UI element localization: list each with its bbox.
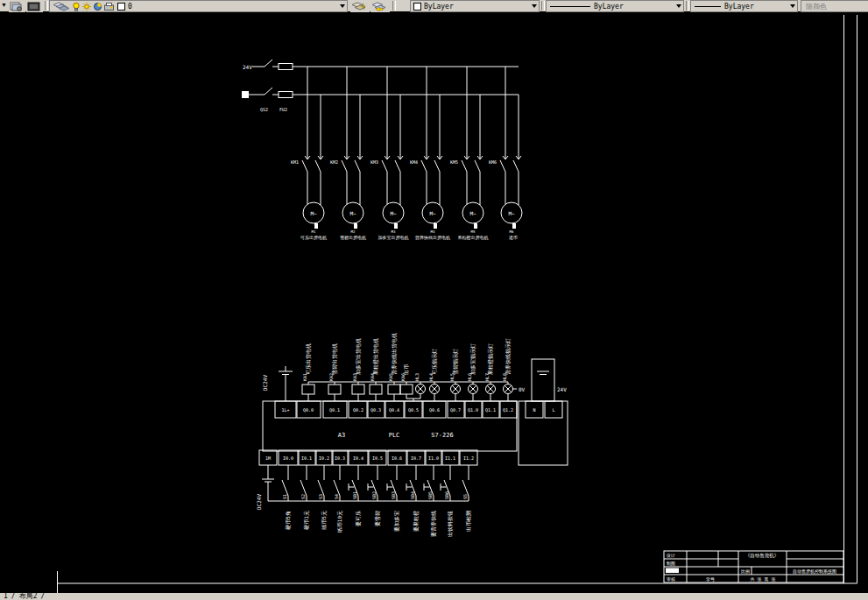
terminal: I0.7 (411, 455, 421, 461)
device-label: 可乐指示灯 (431, 349, 438, 375)
switch-id: S3 (318, 494, 323, 499)
motor-id: M1 (312, 229, 316, 234)
plotstyle-control-combo: 随颜色 (801, 0, 868, 12)
motor-branch: KM3 M~ M3 加多宝出货电机 (370, 67, 409, 240)
layer-previous-icon (371, 2, 387, 11)
lamp-HL4: HL4 可乐指示灯 (428, 349, 440, 401)
device-id: HL3 (414, 373, 420, 381)
terminal: I0.6 (392, 455, 402, 461)
plc-power-extension: N L 24V (519, 359, 568, 465)
title-block-doc-name: 《自动售货机》 (745, 553, 780, 559)
switch-id-label: QS2 (260, 107, 268, 112)
motor-symbol-text: M~ (469, 210, 476, 216)
lineweight-control-combo[interactable]: ByLayer (690, 0, 798, 12)
motor-name: 加多宝出货电机 (378, 235, 409, 240)
title-block-id-label: 学号 (706, 576, 715, 582)
toolbar-separator (686, 1, 689, 11)
layer-combo-dropdown-icon[interactable] (340, 4, 345, 8)
terminal: I0.4 (353, 455, 363, 461)
linetype-control-combo[interactable]: ByLayer (546, 0, 684, 12)
lineweight-sample (695, 6, 721, 7)
lamp-HL8: HL8 营养快线指示灯 (502, 338, 513, 401)
motor-id: M2 (351, 229, 356, 234)
terminal: Q0.4 (389, 407, 399, 413)
motor-branch: KM4 M~ M4 营养快线出货电机 (410, 67, 450, 241)
input-switch-S5: S5 出币检测 (462, 465, 471, 532)
terminal: Q1.2 (503, 407, 513, 413)
contactor-label: KM1 (291, 159, 299, 165)
color-control-combo[interactable]: ByLayer (410, 0, 540, 12)
motor-symbol-text: M~ (349, 210, 356, 216)
switch-label: 硬币1元 (303, 511, 310, 531)
terminal: 1L+ (281, 407, 289, 413)
layers-properties-toolbar: ▼ (0, 0, 868, 11)
switch-id: S5 (462, 494, 468, 499)
layer-states-icon (27, 2, 40, 11)
color-bylayer-chip (413, 3, 421, 11)
terminal: Q0.7 (450, 407, 461, 413)
layer-viewport-globe-icon[interactable] (92, 2, 103, 11)
motor-power-circuit: 24V QS2 FU2 KM1 M~ M1 可乐出货电机 KM2 (242, 60, 522, 241)
sheet-border (58, 15, 857, 593)
lineweight-combo-dropdown-icon[interactable] (790, 4, 795, 8)
switch-label: 要果粒橙 (413, 511, 420, 532)
output-terminal-row: 1L+ Q0.0 Q0.1 Q0.2 Q0.3 Q0.4 Q0.5 Q0.6 Q… (275, 401, 517, 418)
toolbar-separator (45, 1, 48, 11)
motor-symbol-text: M~ (390, 210, 397, 216)
motor-name: 雪碧出货电机 (340, 235, 366, 240)
device-label: 加多宝指示灯 (469, 343, 476, 375)
motor-symbol-text: M~ (310, 210, 317, 216)
terminal: Q0.1 (329, 407, 340, 413)
tab-layout1[interactable]: 1 (4, 592, 8, 600)
tab-layout2[interactable]: 布局2 (19, 592, 38, 600)
current-layer-name: 0 (128, 2, 132, 11)
layer-properties-icon (10, 2, 23, 11)
input-common-label: DC24V (256, 494, 262, 510)
terminal: Q0.3 (370, 407, 381, 413)
device-label: 加多宝出货电机 (355, 338, 362, 375)
relay-coil-KA4: KA4 果粒橙出货电机 (370, 338, 382, 401)
motor-id: M6 (510, 229, 514, 234)
input-switch-S2: S2 硬币1元 (300, 465, 310, 531)
switch-id: S1 (282, 494, 287, 499)
motor-branch: KM2 M~ M2 雪碧出货电机 (330, 67, 366, 240)
layer-on-bulb-icon[interactable] (71, 2, 81, 11)
line-terminal: L (552, 407, 554, 413)
switch-label: 要营养快线 (430, 511, 437, 537)
color-combo-dropdown-icon[interactable] (532, 4, 537, 8)
contactor-label: KM4 (410, 159, 418, 165)
lamp-HL5: HL5 雪碧指示灯 (449, 349, 461, 401)
power-supply-label: 24V (243, 64, 252, 70)
title-block-design-label: 设计 (666, 553, 675, 558)
switch-id: SB2 (371, 491, 377, 499)
motor-id: M3 (392, 229, 396, 234)
layer-lock-plot-icon[interactable] (103, 2, 115, 11)
fuse-symbol (279, 64, 293, 70)
toolbar-separator (392, 1, 396, 11)
terminal: Q1.1 (485, 407, 496, 413)
switch-label: 纸币10元 (336, 511, 342, 533)
lineweight-control-value: ByLayer (724, 2, 754, 11)
drawing-canvas[interactable]: 设计 制图 审核 学号 《自动售货机》 比例 自动售货机控制系统图 共 张 第 … (0, 11, 868, 593)
linetype-combo-dropdown-icon[interactable] (676, 4, 681, 8)
supply-24v-label: 24V (557, 386, 567, 392)
device-label: 雪碧出货电机 (331, 343, 338, 375)
motor-id: M5 (471, 229, 476, 234)
layer-control-combo[interactable]: 0 (49, 0, 348, 12)
switch-label: 出币检测 (465, 511, 471, 532)
title-block-check-label: 审核 (667, 576, 675, 582)
motor-symbol-text: M~ (429, 210, 436, 216)
switch-id: SB4 (410, 491, 415, 499)
layer-color-chip[interactable] (117, 3, 125, 11)
layer-freeze-sun-icon[interactable] (81, 2, 92, 11)
motor-name: 营养快线出货电机 (415, 235, 450, 241)
motor-name: 可乐出货电机 (300, 235, 327, 240)
toolbar-overflow-arrow-icon[interactable]: ▼ (1, 0, 7, 11)
power-ground-square (242, 91, 249, 98)
terminal: Q0.5 (408, 407, 419, 413)
terminal: Q1.0 (468, 407, 478, 413)
linetype-control-value: ByLayer (594, 2, 624, 11)
cad-application-window: ▼ (0, 0, 868, 600)
input-switch-S4: S4 纸币10元 (334, 465, 342, 533)
terminal: 1M (265, 455, 271, 461)
